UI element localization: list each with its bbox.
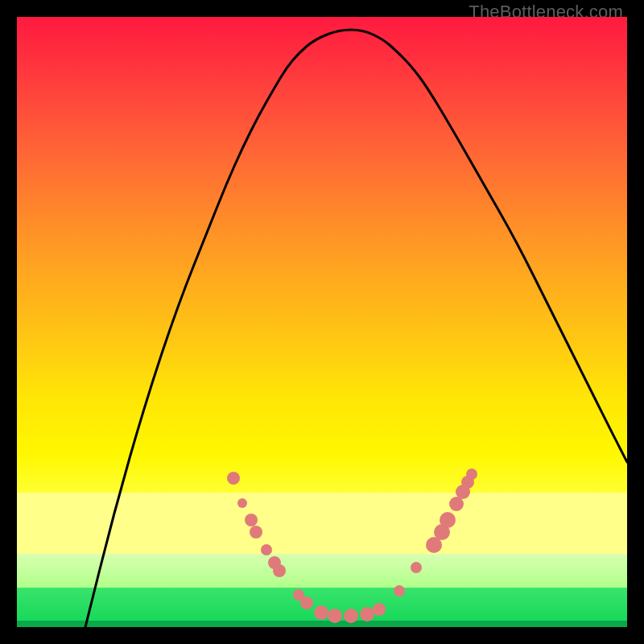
gradient-band-yellow — [17, 493, 627, 554]
gradient-bottom-edge — [17, 621, 627, 627]
gradient-band-green — [17, 588, 627, 621]
gradient-band-lightgreen — [17, 554, 627, 588]
chart-frame: TheBottleneck.com — [0, 0, 644, 644]
plot-area — [17, 17, 627, 627]
gradient-hot — [17, 17, 627, 493]
background-gradient — [17, 17, 627, 627]
